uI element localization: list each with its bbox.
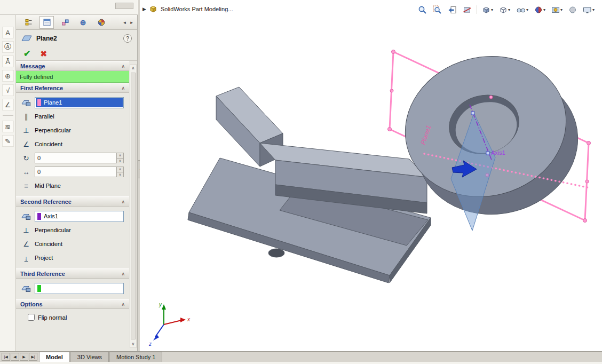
- property-form-icon: [43, 18, 51, 27]
- third-reference-section-header[interactable]: Third Reference ∧: [16, 268, 129, 279]
- weld-symbol-icon[interactable]: ∠: [2, 99, 14, 110]
- scroll-down-icon[interactable]: ∨: [130, 341, 136, 347]
- plane1-corner-handle[interactable]: [583, 219, 587, 223]
- triad-z-label: z: [148, 341, 152, 347]
- tab-motion-study-1[interactable]: Motion Study 1: [109, 352, 162, 362]
- parallel-option-row[interactable]: ∥ Parallel: [16, 109, 129, 123]
- spin-up-icon[interactable]: ∧: [117, 153, 123, 159]
- message-section-title: Message: [20, 63, 45, 69]
- full-screen-button[interactable]: ▾: [581, 4, 597, 15]
- perpendicular-option-row[interactable]: ⊥ Perpendicular: [16, 223, 129, 237]
- first-reference-section-header[interactable]: First Reference ∧: [16, 83, 129, 93]
- plane1-corner-handle[interactable]: [388, 128, 392, 131]
- scrollbar-thumb[interactable]: [131, 73, 136, 339]
- axis1-handle[interactable]: [471, 112, 474, 115]
- plane1-edge-handle[interactable]: [585, 180, 589, 183]
- spin-down-icon[interactable]: ∨: [117, 159, 123, 163]
- message-section-header[interactable]: Message ∧: [16, 61, 129, 71]
- note-icon[interactable]: A: [2, 27, 14, 38]
- part-model[interactable]: [188, 38, 593, 283]
- third-reference-selection-box[interactable]: [35, 283, 124, 294]
- view-settings-button[interactable]: [566, 4, 579, 15]
- model-scene[interactable]: Plane1 Axis1 y x z: [140, 0, 602, 351]
- breadcrumb: ▶ SolidWorks Part Modeling...: [142, 5, 233, 13]
- graphics-area[interactable]: Plane1 Axis1 y x z ▶ Soli: [140, 0, 602, 351]
- third-reference-item[interactable]: [36, 284, 123, 293]
- view-orientation-button[interactable]: ▾: [480, 4, 495, 15]
- previous-tab-button[interactable]: ◀: [11, 353, 19, 361]
- tab-model[interactable]: Model: [39, 352, 70, 362]
- displaymanager-tab[interactable]: [94, 16, 108, 29]
- panel-collapse-button[interactable]: [115, 3, 133, 9]
- scroll-up-icon[interactable]: ∧: [130, 65, 136, 72]
- coincident-label: Coincident: [35, 141, 62, 147]
- featuremanager-tab[interactable]: [21, 16, 36, 29]
- document-title[interactable]: SolidWorks Part Modeling...: [161, 6, 233, 12]
- plane1-corner-handle[interactable]: [392, 50, 395, 54]
- angle-input[interactable]: [35, 153, 116, 163]
- next-tab-button[interactable]: ▶: [20, 353, 28, 361]
- panel-scrollbar[interactable]: ∧ ∨: [130, 64, 137, 348]
- base-hole[interactable]: [268, 249, 284, 257]
- apply-scene-button[interactable]: ▾: [549, 4, 565, 15]
- zoom-to-fit-button[interactable]: [416, 4, 429, 15]
- second-reference-section-header[interactable]: Second Reference ∧: [16, 196, 129, 207]
- edit-annotation-icon[interactable]: ✎: [2, 135, 14, 147]
- plane1-edge-handle[interactable]: [489, 96, 493, 99]
- coincident-option-row[interactable]: ∠ Coincident: [16, 237, 129, 251]
- property-manager-panel: ⊕ ◂ ▸ Plane2 ? ✔ ✖: [16, 15, 138, 351]
- propertymanager-tab[interactable]: [39, 16, 54, 29]
- tab-scroll-left-icon[interactable]: ◂: [121, 18, 128, 27]
- surface-finish-icon[interactable]: √: [2, 84, 14, 96]
- project-option-row[interactable]: ↓ Project: [16, 251, 129, 265]
- geometric-tolerance-icon[interactable]: ⊕: [2, 70, 14, 82]
- spin-down-icon[interactable]: ∨: [117, 172, 123, 177]
- last-tab-button[interactable]: ▶|: [29, 353, 37, 361]
- hide-show-items-button[interactable]: ▾: [514, 4, 530, 15]
- tab-3d-views[interactable]: 3D Views: [70, 352, 109, 362]
- chevron-up-icon: ∧: [121, 302, 125, 307]
- zoom-to-area-button[interactable]: [431, 4, 444, 15]
- perpendicular-option-row[interactable]: ⊥ Perpendicular: [16, 123, 129, 137]
- spin-up-icon[interactable]: ∧: [117, 167, 123, 172]
- second-reference-item[interactable]: Axis1: [36, 212, 123, 221]
- first-tab-button[interactable]: |◀: [2, 353, 10, 361]
- previous-view-button[interactable]: [446, 4, 459, 15]
- annotations-toolbar: A Ⓐ Ā ⊕ √ ∠ ≋ ✎: [0, 15, 16, 351]
- options-section-header[interactable]: Options ∧: [16, 299, 129, 309]
- flip-normal-row[interactable]: Flip normal: [16, 312, 129, 323]
- edit-appearance-button[interactable]: ▾: [532, 4, 548, 15]
- axis1-handle[interactable]: [486, 152, 489, 155]
- dimxpertmanager-tab[interactable]: ⊕: [76, 16, 90, 29]
- datum-feature-icon[interactable]: Ā: [2, 56, 14, 67]
- display-style-button[interactable]: ▾: [497, 4, 512, 15]
- caterpillar-icon[interactable]: ≋: [2, 121, 14, 132]
- section-view-button[interactable]: [461, 4, 474, 15]
- first-reference-selection-box[interactable]: Plane1: [35, 97, 124, 108]
- reference-plane-select-icon: [21, 99, 31, 107]
- third-reference-body: [16, 279, 129, 299]
- triad-x-label: x: [187, 316, 191, 322]
- flip-normal-checkbox[interactable]: [28, 314, 35, 321]
- second-reference-selection-box[interactable]: Axis1: [35, 211, 124, 222]
- appearance-ball-icon: [534, 5, 543, 14]
- tab-scroll-right-icon[interactable]: ▸: [128, 18, 135, 27]
- plane1-edge-handle[interactable]: [390, 89, 393, 92]
- perpendicular-icon: ⊥: [21, 226, 31, 234]
- configurationmanager-tab[interactable]: [58, 16, 72, 29]
- coincident-option-row[interactable]: ∠ Coincident: [16, 137, 129, 151]
- balloon-icon[interactable]: Ⓐ: [2, 41, 14, 53]
- cancel-button[interactable]: ✖: [40, 49, 47, 59]
- plane1-corner-handle[interactable]: [587, 141, 591, 145]
- flyout-tree-arrow-icon[interactable]: ▶: [142, 6, 146, 12]
- triad-y-arrow: [162, 304, 166, 310]
- heads-up-toolbar: ▾ ▾ ▾: [416, 4, 597, 15]
- selected-reference-item[interactable]: Plane1: [36, 98, 123, 107]
- second-reference-body: Axis1 ⊥ Perpendicular ∠ Coincident ↓ Pro…: [16, 207, 129, 268]
- configuration-blocks-icon: [61, 18, 69, 27]
- help-button[interactable]: ?: [123, 34, 132, 43]
- mid-plane-option-row[interactable]: ≡ Mid Plane: [16, 179, 129, 193]
- orientation-triad: y x z: [148, 302, 191, 347]
- distance-input[interactable]: [35, 167, 116, 177]
- ok-button[interactable]: ✔: [23, 49, 30, 59]
